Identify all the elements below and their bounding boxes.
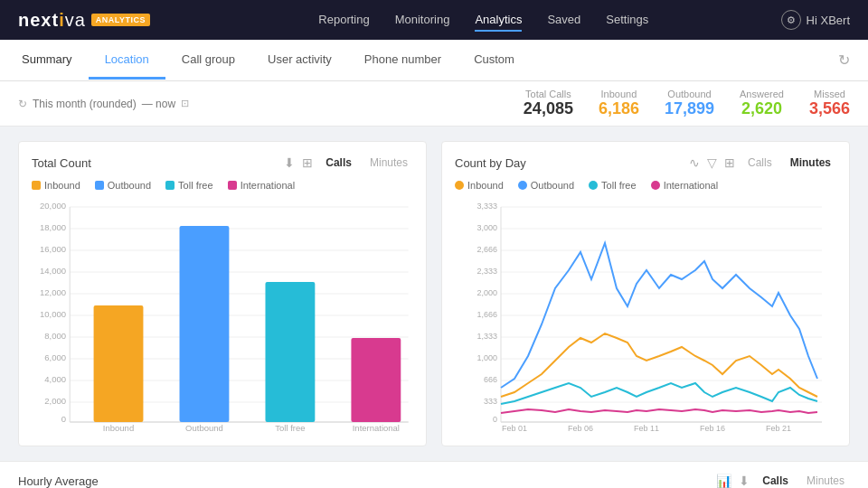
tab-summary[interactable]: Summary: [18, 42, 89, 80]
cbd-legend-toll-free: Toll free: [589, 180, 637, 191]
minutes-toggle-2[interactable]: Minutes: [785, 155, 836, 171]
cbd-legend-inbound: Inbound: [455, 180, 504, 191]
svg-text:Feb 16: Feb 16: [700, 424, 725, 433]
bar-chart-svg: 20,000 18,000 16,000 14,000 12,000 10,00…: [32, 198, 413, 433]
outbound-label: Outbound: [665, 89, 714, 99]
total-count-card: Total Count ⬇ ⊞ Calls Minutes Inbound Ou…: [18, 141, 427, 446]
nav-monitoring[interactable]: Monitoring: [395, 9, 450, 32]
svg-text:20,000: 20,000: [40, 202, 66, 211]
svg-text:18,000: 18,000: [40, 223, 66, 232]
svg-text:Feb 01: Feb 01: [502, 424, 527, 433]
svg-text:3,333: 3,333: [476, 202, 497, 211]
chart-icon[interactable]: ⬇: [284, 155, 295, 170]
svg-text:Inbound: Inbound: [103, 424, 134, 433]
legend-outbound: Outbound: [95, 180, 151, 191]
inbound-stat: Inbound 6,186: [599, 89, 639, 118]
stats-group: Total Calls 24,085 Inbound 6,186 Outboun…: [524, 89, 850, 118]
svg-text:3,000: 3,000: [476, 223, 497, 232]
cbd-legend-international: International: [651, 180, 719, 191]
nav-reporting[interactable]: Reporting: [318, 9, 369, 32]
svg-text:Outbound: Outbound: [185, 424, 223, 433]
filter-icon[interactable]: ▽: [707, 155, 717, 170]
legend-dot-toll-free: [165, 181, 175, 190]
tab-call-group[interactable]: Call group: [165, 42, 251, 80]
svg-text:Feb 06: Feb 06: [568, 424, 593, 433]
bar-inbound: [94, 305, 144, 422]
navbar: nextiva ANALYTICS Reporting Monitoring A…: [0, 0, 868, 40]
nav-links: Reporting Monitoring Analytics Saved Set…: [186, 9, 781, 32]
tab-custom[interactable]: Custom: [458, 42, 531, 80]
minutes-toggle-3[interactable]: Minutes: [801, 473, 850, 488]
missed-stat: Missed 3,566: [809, 89, 850, 118]
nav-saved[interactable]: Saved: [547, 9, 580, 32]
tab-location[interactable]: Location: [89, 42, 165, 80]
count-by-day-title: Count by Day: [455, 156, 689, 170]
cbd-label-international: International: [664, 180, 719, 191]
svg-text:1,000: 1,000: [476, 353, 497, 362]
legend-label-international: International: [241, 180, 296, 191]
download-icon[interactable]: ⬇: [739, 474, 750, 488]
svg-text:0: 0: [493, 415, 497, 424]
cbd-dot-toll-free: [589, 181, 598, 190]
brand: nextiva ANALYTICS: [18, 10, 150, 31]
svg-text:Feb 11: Feb 11: [634, 424, 659, 433]
brand-name: nextiva: [18, 10, 86, 31]
count-by-day-header: Count by Day ∿ ▽ ⊞ Calls Minutes: [455, 155, 836, 171]
filter-suffix: — now: [142, 98, 175, 110]
hourly-avg-title: Hourly Average: [18, 474, 716, 488]
total-count-legend: Inbound Outbound Toll free International: [32, 180, 413, 191]
legend-dot-outbound: [95, 181, 104, 190]
line-chart-icon[interactable]: ∿: [689, 155, 700, 170]
svg-text:14,000: 14,000: [40, 267, 66, 276]
cbd-dot-outbound: [518, 181, 527, 190]
minutes-toggle[interactable]: Minutes: [364, 155, 413, 171]
svg-text:2,333: 2,333: [476, 267, 497, 276]
table-icon-2[interactable]: ⊞: [724, 155, 735, 170]
calls-toggle-3[interactable]: Calls: [757, 473, 794, 488]
calls-toggle-2[interactable]: Calls: [742, 155, 778, 171]
refresh-icon[interactable]: ↻: [838, 52, 850, 69]
bar-toll-free: [265, 282, 315, 422]
stats-filter: ↻ This month (rounded) — now ⊡: [18, 98, 189, 110]
user-avatar: ⚙: [781, 10, 801, 30]
total-count-title: Total Count: [32, 156, 284, 170]
cbd-legend-outbound: Outbound: [518, 180, 574, 191]
total-calls-label: Total Calls: [524, 89, 573, 99]
table-icon[interactable]: ⊞: [302, 155, 313, 170]
legend-toll-free: Toll free: [165, 180, 213, 191]
bottom-controls: 📊 ⬇ Calls Minutes: [716, 473, 850, 488]
tab-user-activity[interactable]: User activity: [251, 42, 348, 80]
count-by-day-controls: ∿ ▽ ⊞ Calls Minutes: [689, 155, 836, 171]
svg-text:12,000: 12,000: [40, 288, 66, 297]
line-chart-svg: 3,333 3,000 2,666 2,333 2,000 1,666 1,33…: [455, 198, 836, 433]
calls-toggle[interactable]: Calls: [320, 155, 357, 171]
svg-text:Toll free: Toll free: [275, 424, 305, 433]
filter-label: This month (rounded): [33, 98, 137, 110]
legend-label-inbound: Inbound: [44, 180, 80, 191]
cbd-label-toll-free: Toll free: [601, 180, 637, 191]
main-content: Total Count ⬇ ⊞ Calls Minutes Inbound Ou…: [0, 127, 868, 461]
filter-info-icon[interactable]: ⊡: [181, 98, 189, 109]
inbound-value: 6,186: [599, 99, 639, 118]
count-by-day-card: Count by Day ∿ ▽ ⊞ Calls Minutes Inbound…: [441, 141, 850, 446]
nav-settings[interactable]: Settings: [606, 9, 648, 32]
legend-inbound: Inbound: [32, 180, 80, 191]
cbd-dot-international: [651, 181, 660, 190]
total-count-controls: ⬇ ⊞ Calls Minutes: [284, 155, 413, 171]
chart-icon-2[interactable]: 📊: [716, 474, 731, 488]
tab-bar: Summary Location Call group User activit…: [0, 40, 868, 81]
line-toll-free: [501, 383, 817, 404]
svg-text:8,000: 8,000: [44, 332, 66, 341]
bottom-bar: Hourly Average 📊 ⬇ Calls Minutes: [0, 461, 868, 488]
svg-text:4,000: 4,000: [44, 375, 66, 384]
svg-text:1,666: 1,666: [476, 310, 497, 319]
bar-outbound: [180, 226, 230, 422]
nav-analytics[interactable]: Analytics: [475, 9, 522, 32]
legend-label-outbound: Outbound: [108, 180, 151, 191]
missed-label: Missed: [809, 89, 850, 99]
total-count-header: Total Count ⬇ ⊞ Calls Minutes: [32, 155, 413, 171]
legend-dot-inbound: [32, 181, 41, 190]
tab-phone-number[interactable]: Phone number: [348, 42, 458, 80]
answered-stat: Answered 2,620: [740, 89, 784, 118]
outbound-value: 17,899: [665, 99, 714, 118]
